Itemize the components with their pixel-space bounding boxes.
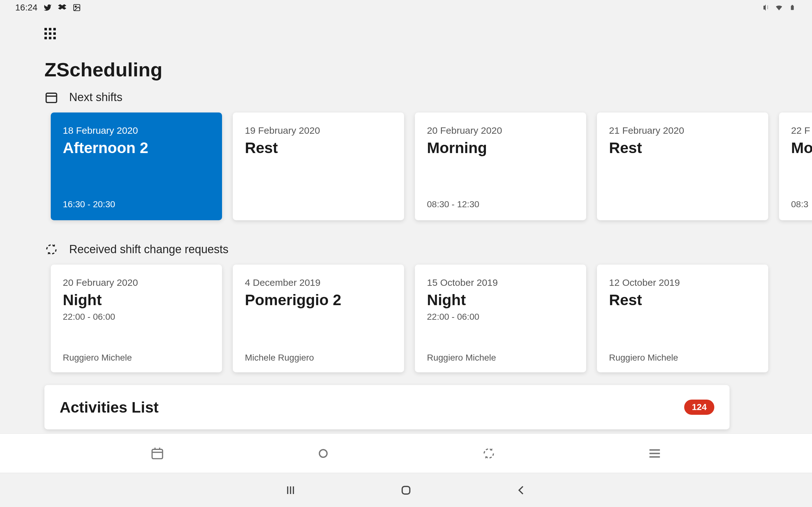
request-card-date: 20 February 2020 [63,277,210,288]
system-nav-bar [0,473,812,507]
request-card-time: 22:00 - 06:00 [427,312,574,322]
request-card[interactable]: 20 February 2020 Night 22:00 - 06:00 Rug… [51,265,222,372]
shift-card[interactable]: 18 February 2020 Afternoon 2 16:30 - 20:… [51,112,222,220]
nav-calendar-icon[interactable] [149,445,165,462]
requests-header: Received shift change requests [44,242,768,257]
next-shifts-title: Next shifts [69,91,122,104]
nav-sync-icon[interactable] [480,445,497,462]
shift-card-date: 18 February 2020 [63,125,210,136]
svg-rect-3 [792,5,793,6]
status-bar-right [761,3,797,12]
shift-card[interactable]: 21 February 2020 Rest [597,112,768,220]
next-shifts-header: Next shifts [44,90,768,104]
clock-text: 16:24 [15,3,38,13]
request-card-name: Night [63,291,210,308]
shift-card[interactable]: 19 February 2020 Rest [233,112,404,220]
system-recents-icon[interactable] [284,483,298,497]
nav-circle-icon[interactable] [315,445,332,462]
request-card-date: 12 October 2019 [609,277,756,288]
system-back-icon[interactable] [514,483,528,497]
svg-rect-17 [402,487,410,494]
shift-card-date: 20 February 2020 [427,125,574,136]
svg-point-1 [75,6,77,7]
request-card-name: Rest [609,291,756,308]
app-bottom-nav [0,434,812,473]
shift-card-date: 22 F [791,125,812,136]
system-home-icon[interactable] [399,483,413,497]
request-card[interactable]: 12 October 2019 Rest Ruggiero Michele [597,265,768,372]
request-card[interactable]: 15 October 2019 Night 22:00 - 06:00 Rugg… [415,265,586,372]
refresh-icon [44,242,58,257]
shift-card-name: Rest [245,139,392,157]
twitter-icon [43,3,52,12]
shift-card-time: 08:3 [791,199,812,210]
nav-menu-icon[interactable] [647,445,663,462]
request-card[interactable]: 4 December 2019 Pomeriggio 2 Michele Rug… [233,265,404,372]
svg-rect-4 [46,93,57,102]
shift-card[interactable]: 20 February 2020 Morning 08:30 - 12:30 [415,112,586,220]
request-card-date: 4 December 2019 [245,277,392,288]
shift-card-time: 16:30 - 20:30 [63,199,210,210]
shift-card-name: Rest [609,139,756,157]
dropbox-icon [58,3,67,12]
shift-card-date: 19 February 2020 [245,125,392,136]
shift-card[interactable]: 22 F Mo 08:3 [779,112,812,220]
request-card-date: 15 October 2019 [427,277,574,288]
request-card-name: Pomeriggio 2 [245,291,392,308]
shift-card-name: Morning [427,139,574,157]
activities-panel[interactable]: Activities List 124 [44,385,729,429]
request-card-name: Night [427,291,574,308]
request-card-time: 22:00 - 06:00 [63,312,210,322]
request-card-requester: Ruggiero Michele [427,353,574,363]
status-bar: 16:24 [0,0,812,15]
request-card-requester: Ruggiero Michele [609,353,756,363]
activities-title: Activities List [60,399,159,416]
requests-row[interactable]: 20 February 2020 Night 22:00 - 06:00 Rug… [51,265,768,372]
shift-card-name: Mo [791,139,812,157]
request-card-requester: Michele Ruggiero [245,353,392,363]
image-icon [72,3,81,12]
battery-icon [788,3,797,12]
status-bar-left: 16:24 [15,3,81,13]
next-shifts-row[interactable]: 18 February 2020 Afternoon 2 16:30 - 20:… [51,112,768,220]
svg-point-10 [319,450,327,457]
app-title: ZScheduling [44,58,768,81]
calendar-icon [44,90,58,104]
app-root: ZScheduling Next shifts 18 February 2020… [0,15,812,429]
shift-card-name: Afternoon 2 [63,139,210,157]
shift-card-time: 08:30 - 12:30 [427,199,574,210]
request-card-requester: Ruggiero Michele [63,353,210,363]
wifi-icon [774,3,783,12]
requests-title: Received shift change requests [69,243,229,256]
svg-rect-2 [791,6,794,10]
svg-rect-6 [152,449,163,458]
activities-count-badge: 124 [684,400,714,415]
mute-icon [761,3,770,12]
app-menu-grid-icon[interactable] [44,28,56,39]
shift-card-date: 21 February 2020 [609,125,756,136]
